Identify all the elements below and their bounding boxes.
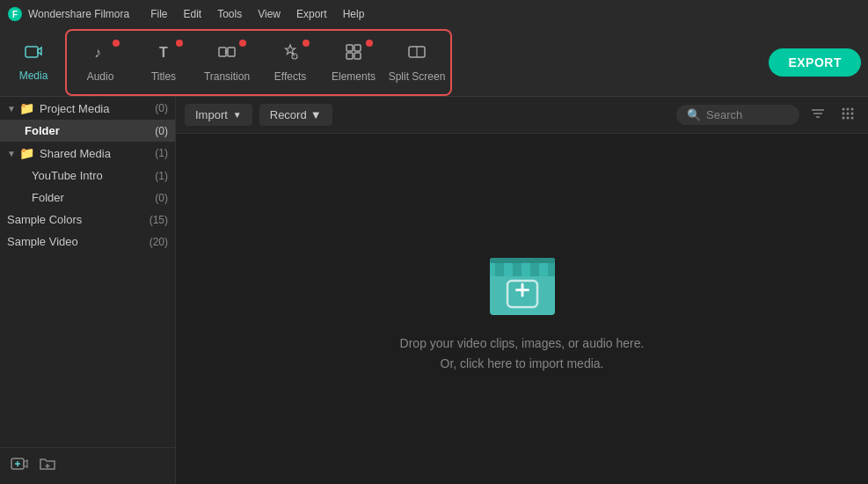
app-name: Wondershare Filmora [28,8,129,20]
export-button[interactable]: EXPORT [769,48,861,77]
svg-point-28 [842,116,845,119]
titles-dot [176,40,183,47]
menu-tools[interactable]: Tools [210,5,249,23]
toolbar-audio-button[interactable]: ♪ Audio [69,33,132,92]
main-area: ▼ 📁 Project Media (0) Folder (0) ▼ 📁 Sha… [0,97,868,484]
search-icon: 🔍 [687,108,701,121]
add-media-icon[interactable] [11,455,28,477]
record-button[interactable]: Record ▼ [259,104,332,126]
import-button[interactable]: Import ▼ [185,104,252,126]
title-bar: F Wondershare Filmora File Edit Tools Vi… [0,0,868,28]
media-label: Media [19,70,48,82]
svg-point-30 [851,116,854,119]
menu-export[interactable]: Export [289,5,334,23]
svg-point-22 [842,107,845,110]
content-area: Import ▼ Record ▼ 🔍 [176,97,868,484]
svg-point-25 [842,112,845,114]
record-chevron: ▼ [310,108,322,121]
svg-rect-11 [354,53,361,59]
svg-rect-2 [26,47,38,57]
folder-label: Folder [25,124,155,137]
shared-media-label: Shared Media [40,147,155,160]
import-chevron: ▼ [233,110,242,120]
sample-video-label: Sample Video [7,235,150,248]
sidebar-item-sample-video[interactable]: Sample Video (20) [0,231,175,253]
svg-text:F: F [12,10,18,19]
splitscreen-label: Split Screen [389,70,446,83]
expand-arrow-project-media: ▼ [7,104,16,114]
sidebar-item-youtube-intro[interactable]: YouTube Intro (1) [0,165,175,187]
audio-icon: ♪ [91,42,110,67]
project-media-count: (0) [155,102,168,114]
sidebar-item-sample-colors[interactable]: Sample Colors (15) [0,209,175,231]
search-box: 🔍 [676,105,799,125]
splitscreen-icon [407,42,427,67]
menu-edit[interactable]: Edit [177,5,209,23]
media-icon [24,42,43,66]
audio-dot [113,40,120,47]
youtube-intro-label: YouTube Intro [32,169,155,182]
toolbar-group: ♪ Audio T Titles [65,29,452,96]
new-folder-icon[interactable] [39,455,56,477]
sidebar-item-folder[interactable]: Folder (0) [0,120,175,142]
svg-point-29 [847,116,850,119]
youtube-intro-count: (1) [155,170,168,182]
folder-icon-shared-media: 📁 [19,146,34,160]
svg-point-26 [847,112,850,114]
import-label: Import [195,108,228,121]
titles-label: Titles [151,70,176,83]
toolbar-titles-button[interactable]: T Titles [132,33,195,92]
drop-zone-text: Drop your video clips, images, or audio … [400,334,645,373]
record-label: Record [270,108,307,121]
shared-folder-count: (0) [155,192,168,204]
menu-file[interactable]: File [143,5,174,23]
elements-dot [366,40,373,47]
svg-point-23 [847,107,850,110]
sample-colors-label: Sample Colors [7,213,150,226]
project-media-label: Project Media [40,102,155,115]
audio-label: Audio [87,70,114,83]
svg-rect-6 [228,48,235,56]
toolbar-elements-button[interactable]: Elements [322,33,385,92]
menu-help[interactable]: Help [336,5,372,23]
svg-rect-37 [490,258,555,263]
shared-media-count: (1) [155,147,168,159]
elements-icon [344,42,363,67]
sample-video-count: (20) [150,236,168,248]
svg-rect-8 [346,45,353,51]
svg-rect-10 [346,53,353,59]
transition-label: Transition [204,70,250,83]
transition-dot [239,40,246,47]
folder-icon-project-media: 📁 [19,101,34,115]
effects-icon [281,42,300,67]
sidebar-item-shared-media[interactable]: ▼ 📁 Shared Media (1) [0,142,175,165]
grid-view-button[interactable] [836,102,859,128]
content-toolbar: Import ▼ Record ▼ 🔍 [176,97,868,134]
sidebar-item-shared-folder[interactable]: Folder (0) [0,187,175,209]
shared-folder-label: Folder [32,191,155,204]
menu-bar: File Edit Tools View Export Help [143,5,371,23]
clapperboard-icon [483,245,562,319]
filter-button[interactable] [806,102,829,128]
titles-icon: T [154,42,173,67]
toolbar-effects-button[interactable]: Effects [259,33,322,92]
svg-text:T: T [159,45,168,60]
svg-text:♪: ♪ [94,45,101,60]
toolbar-transition-button[interactable]: Transition [195,33,259,92]
toolbar: Media ♪ Audio T Titles [0,28,868,97]
sidebar-bottom-toolbar [0,447,175,484]
menu-view[interactable]: View [251,5,288,23]
effects-label: Effects [274,70,306,83]
search-input[interactable] [706,108,785,121]
transition-icon [217,42,237,67]
effects-dot [303,40,310,47]
svg-rect-39 [521,283,523,297]
svg-rect-5 [219,48,226,56]
drop-zone[interactable]: Drop your video clips, images, or audio … [176,134,868,484]
toolbar-splitscreen-button[interactable]: Split Screen [385,33,449,92]
svg-point-24 [851,107,854,110]
svg-point-27 [851,112,854,114]
sidebar-item-project-media[interactable]: ▼ 📁 Project Media (0) [0,97,175,120]
toolbar-media-button[interactable]: Media [7,33,60,92]
drop-text-line2: Or, click here to import media. [400,354,645,373]
